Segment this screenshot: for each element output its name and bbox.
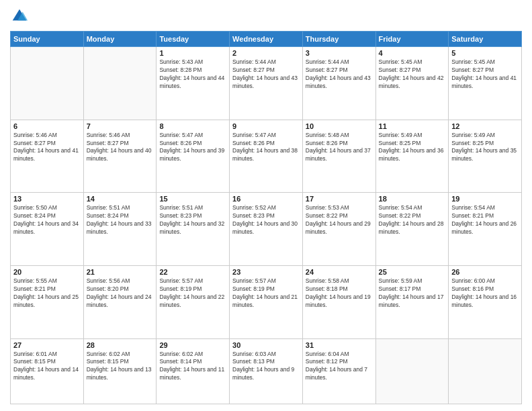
calendar-header-row: SundayMondayTuesdayWednesdayThursdayFrid…	[11, 32, 522, 47]
day-number: 11	[379, 122, 446, 130]
calendar-cell: 14Sunrise: 5:51 AMSunset: 8:24 PMDayligh…	[83, 193, 157, 266]
calendar-cell: 27Sunrise: 6:01 AMSunset: 8:15 PMDayligh…	[11, 338, 84, 404]
calendar-cell: 30Sunrise: 6:03 AMSunset: 8:13 PMDayligh…	[230, 338, 303, 404]
day-number: 21	[87, 268, 154, 276]
day-info: Sunrise: 5:51 AMSunset: 8:23 PMDaylight:…	[159, 204, 226, 236]
calendar-cell: 13Sunrise: 5:50 AMSunset: 8:24 PMDayligh…	[11, 193, 84, 266]
day-info: Sunrise: 5:57 AMSunset: 8:19 PMDaylight:…	[159, 277, 226, 310]
day-info: Sunrise: 5:47 AMSunset: 8:26 PMDaylight:…	[159, 132, 226, 164]
day-info: Sunrise: 5:51 AMSunset: 8:24 PMDaylight:…	[87, 204, 154, 236]
logo	[10, 7, 32, 26]
calendar-week-5: 27Sunrise: 6:01 AMSunset: 8:15 PMDayligh…	[11, 338, 522, 404]
calendar-week-4: 20Sunrise: 5:55 AMSunset: 8:21 PMDayligh…	[11, 265, 522, 338]
day-info: Sunrise: 5:52 AMSunset: 8:23 PMDaylight:…	[232, 204, 300, 236]
day-info: Sunrise: 5:54 AMSunset: 8:22 PMDaylight:…	[379, 204, 446, 236]
day-info: Sunrise: 5:44 AMSunset: 8:27 PMDaylight:…	[306, 58, 373, 91]
day-info: Sunrise: 5:54 AMSunset: 8:21 PMDaylight:…	[451, 204, 519, 236]
calendar-cell: 16Sunrise: 5:52 AMSunset: 8:23 PMDayligh…	[230, 193, 303, 266]
day-info: Sunrise: 6:02 AMSunset: 8:14 PMDaylight:…	[159, 351, 226, 383]
calendar-cell: 18Sunrise: 5:54 AMSunset: 8:22 PMDayligh…	[375, 193, 449, 266]
calendar-cell: 12Sunrise: 5:49 AMSunset: 8:25 PMDayligh…	[449, 120, 522, 193]
calendar-cell: 28Sunrise: 6:02 AMSunset: 8:15 PMDayligh…	[83, 338, 157, 404]
day-number: 9	[232, 122, 300, 130]
calendar-cell: 17Sunrise: 5:53 AMSunset: 8:22 PMDayligh…	[302, 193, 375, 266]
day-info: Sunrise: 5:59 AMSunset: 8:17 PMDaylight:…	[379, 277, 446, 310]
day-number: 26	[451, 268, 519, 276]
col-header-saturday: Saturday	[449, 32, 522, 47]
day-number: 31	[306, 341, 373, 349]
day-info: Sunrise: 5:45 AMSunset: 8:27 PMDaylight:…	[451, 58, 519, 91]
calendar-cell: 23Sunrise: 5:57 AMSunset: 8:19 PMDayligh…	[230, 265, 303, 338]
day-number: 13	[13, 195, 81, 203]
calendar-week-2: 6Sunrise: 5:46 AMSunset: 8:27 PMDaylight…	[11, 120, 522, 193]
calendar-cell: 7Sunrise: 5:46 AMSunset: 8:27 PMDaylight…	[83, 120, 157, 193]
day-info: Sunrise: 5:56 AMSunset: 8:20 PMDaylight:…	[87, 277, 154, 310]
calendar-cell: 2Sunrise: 5:44 AMSunset: 8:27 PMDaylight…	[230, 47, 303, 120]
calendar-cell: 25Sunrise: 5:59 AMSunset: 8:17 PMDayligh…	[375, 265, 449, 338]
day-number: 3	[306, 49, 373, 57]
calendar-table: SundayMondayTuesdayWednesdayThursdayFrid…	[10, 31, 522, 404]
calendar-cell: 4Sunrise: 5:45 AMSunset: 8:27 PMDaylight…	[375, 47, 449, 120]
calendar-cell	[449, 338, 522, 404]
calendar-cell: 29Sunrise: 6:02 AMSunset: 8:14 PMDayligh…	[157, 338, 230, 404]
day-number: 1	[159, 49, 226, 57]
day-info: Sunrise: 5:49 AMSunset: 8:25 PMDaylight:…	[451, 132, 519, 164]
day-number: 8	[159, 122, 226, 130]
calendar-cell: 5Sunrise: 5:45 AMSunset: 8:27 PMDaylight…	[449, 47, 522, 120]
day-info: Sunrise: 5:49 AMSunset: 8:25 PMDaylight:…	[379, 132, 446, 164]
col-header-friday: Friday	[375, 32, 449, 47]
calendar-cell: 24Sunrise: 5:58 AMSunset: 8:18 PMDayligh…	[302, 265, 375, 338]
calendar-cell: 20Sunrise: 5:55 AMSunset: 8:21 PMDayligh…	[11, 265, 84, 338]
calendar-cell: 6Sunrise: 5:46 AMSunset: 8:27 PMDaylight…	[11, 120, 84, 193]
col-header-wednesday: Wednesday	[230, 32, 303, 47]
calendar-week-1: 1Sunrise: 5:43 AMSunset: 8:28 PMDaylight…	[11, 47, 522, 120]
day-number: 25	[379, 268, 446, 276]
day-number: 24	[306, 268, 373, 276]
day-info: Sunrise: 5:43 AMSunset: 8:28 PMDaylight:…	[159, 58, 226, 91]
day-info: Sunrise: 5:46 AMSunset: 8:27 PMDaylight:…	[13, 132, 81, 164]
day-number: 10	[306, 122, 373, 130]
day-info: Sunrise: 5:46 AMSunset: 8:27 PMDaylight:…	[87, 132, 154, 164]
calendar-cell: 10Sunrise: 5:48 AMSunset: 8:26 PMDayligh…	[302, 120, 375, 193]
day-info: Sunrise: 5:53 AMSunset: 8:22 PMDaylight:…	[306, 204, 373, 236]
day-number: 17	[306, 195, 373, 203]
calendar-cell: 8Sunrise: 5:47 AMSunset: 8:26 PMDaylight…	[157, 120, 230, 193]
day-number: 19	[451, 195, 519, 203]
calendar-cell: 3Sunrise: 5:44 AMSunset: 8:27 PMDaylight…	[302, 47, 375, 120]
day-number: 6	[13, 122, 81, 130]
calendar-cell: 22Sunrise: 5:57 AMSunset: 8:19 PMDayligh…	[157, 265, 230, 338]
day-number: 4	[379, 49, 446, 57]
calendar-cell: 1Sunrise: 5:43 AMSunset: 8:28 PMDaylight…	[157, 47, 230, 120]
day-info: Sunrise: 6:04 AMSunset: 8:12 PMDaylight:…	[306, 351, 373, 383]
calendar-cell	[83, 47, 157, 120]
calendar-cell: 26Sunrise: 6:00 AMSunset: 8:16 PMDayligh…	[449, 265, 522, 338]
day-info: Sunrise: 6:00 AMSunset: 8:16 PMDaylight:…	[451, 277, 519, 310]
day-number: 20	[13, 268, 81, 276]
calendar-cell: 19Sunrise: 5:54 AMSunset: 8:21 PMDayligh…	[449, 193, 522, 266]
day-number: 2	[232, 49, 300, 57]
day-number: 18	[379, 195, 446, 203]
day-number: 7	[87, 122, 154, 130]
day-info: Sunrise: 5:45 AMSunset: 8:27 PMDaylight:…	[379, 58, 446, 91]
header	[10, 7, 522, 26]
col-header-monday: Monday	[83, 32, 157, 47]
day-number: 5	[451, 49, 519, 57]
day-number: 22	[159, 268, 226, 276]
day-info: Sunrise: 6:02 AMSunset: 8:15 PMDaylight:…	[87, 351, 154, 383]
calendar-cell	[11, 47, 84, 120]
day-number: 12	[451, 122, 519, 130]
col-header-sunday: Sunday	[11, 32, 84, 47]
calendar-cell: 11Sunrise: 5:49 AMSunset: 8:25 PMDayligh…	[375, 120, 449, 193]
day-number: 16	[232, 195, 300, 203]
calendar-cell: 9Sunrise: 5:47 AMSunset: 8:26 PMDaylight…	[230, 120, 303, 193]
day-info: Sunrise: 5:44 AMSunset: 8:27 PMDaylight:…	[232, 58, 300, 91]
page: SundayMondayTuesdayWednesdayThursdayFrid…	[0, 0, 532, 411]
day-info: Sunrise: 5:47 AMSunset: 8:26 PMDaylight:…	[232, 132, 300, 164]
day-info: Sunrise: 6:03 AMSunset: 8:13 PMDaylight:…	[232, 351, 300, 383]
day-info: Sunrise: 6:01 AMSunset: 8:15 PMDaylight:…	[13, 351, 81, 383]
day-info: Sunrise: 5:50 AMSunset: 8:24 PMDaylight:…	[13, 204, 81, 236]
day-info: Sunrise: 5:57 AMSunset: 8:19 PMDaylight:…	[232, 277, 300, 310]
day-number: 14	[87, 195, 154, 203]
calendar-cell: 15Sunrise: 5:51 AMSunset: 8:23 PMDayligh…	[157, 193, 230, 266]
day-number: 28	[87, 341, 154, 349]
